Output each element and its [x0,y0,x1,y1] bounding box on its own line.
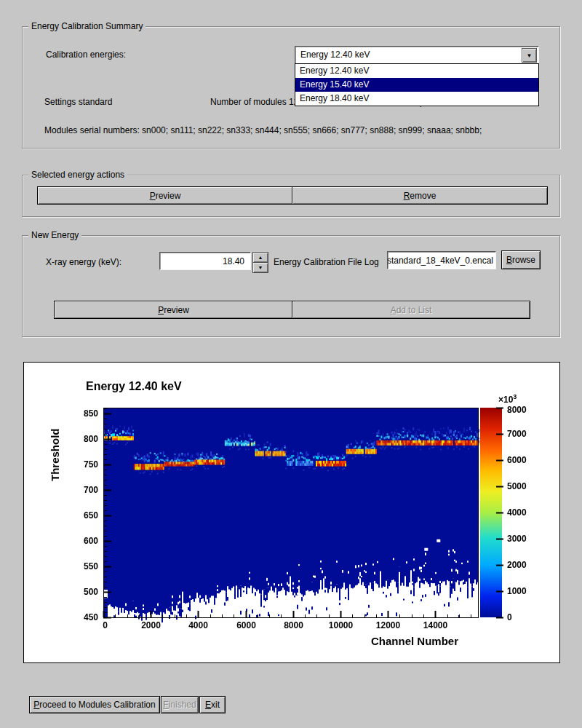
file-log-field[interactable]: standard_18_4keV_0.encal [387,251,496,269]
calibration-energies-combobox[interactable]: Energy 12.40 keV ▼ [295,46,539,65]
preview-selected-button[interactable]: Preview [37,186,293,205]
dropdown-item[interactable]: Energy 18.40 keV [295,92,538,106]
finished-button[interactable]: Finished [161,696,199,713]
dropdown-item[interactable]: Energy 12.40 keV [295,64,538,78]
plot-title: Energy 12.40 keV [86,380,182,393]
proceed-to-modules-calibration-button[interactable]: Proceed to Modules Calibration [29,696,160,713]
modules-serial-numbers-label: Modules serial numbers: sn000; sn111; sn… [44,125,482,135]
combobox-value: Energy 12.40 keV [300,50,370,60]
colorbar-exponent: ×103 [498,393,517,405]
group-title: New Energy [28,230,81,240]
plot-panel: Energy 12.40 keV Threshold Channel Numbe… [23,362,560,663]
calibration-energies-dropdown: Energy 12.40 keV Energy 15.40 keV Energy… [295,63,539,106]
number-of-modules-label: Number of modules 12 [210,97,298,107]
spin-up-button[interactable]: ▲ [252,252,268,263]
chevron-down-icon[interactable]: ▼ [522,48,537,63]
xray-energy-field[interactable]: 18.40 [159,252,251,270]
add-to-list-button[interactable]: Add to List [292,301,530,319]
threshold-scan-histogram [24,363,559,662]
xray-energy-label: X-ray energy (keV): [46,257,121,267]
energy-calibration-window: Energy Calibration Summary Calibration e… [0,0,582,728]
settings-label: Settings standard [44,97,112,107]
new-energy-group: New Energy X-ray energy (keV): 18.40 ▲ ▼… [22,235,560,337]
energy-calibration-summary-group: Energy Calibration Summary Calibration e… [22,26,560,149]
plot-y-axis-label: Threshold [49,408,61,502]
xray-energy-value: 18.40 [223,256,244,266]
spin-down-button[interactable]: ▼ [252,262,268,273]
dropdown-item[interactable]: Energy 15.40 keV [295,78,538,92]
group-title: Selected energy actions [28,170,127,180]
file-log-label: Energy Calibration File Log [274,257,379,267]
file-log-value: standard_18_4keV_0.encal [387,256,493,266]
selected-energy-actions-group: Selected energy actions Preview Remove [22,175,560,217]
group-title: Energy Calibration Summary [28,21,146,31]
browse-button[interactable]: Browse [501,250,541,269]
plot-x-axis-label: Channel Number [342,635,487,647]
exit-button[interactable]: Exit [199,696,226,713]
calibration-energies-label: Calibration energies: [46,50,126,60]
remove-button[interactable]: Remove [292,186,548,205]
preview-new-button[interactable]: Preview [54,301,293,319]
